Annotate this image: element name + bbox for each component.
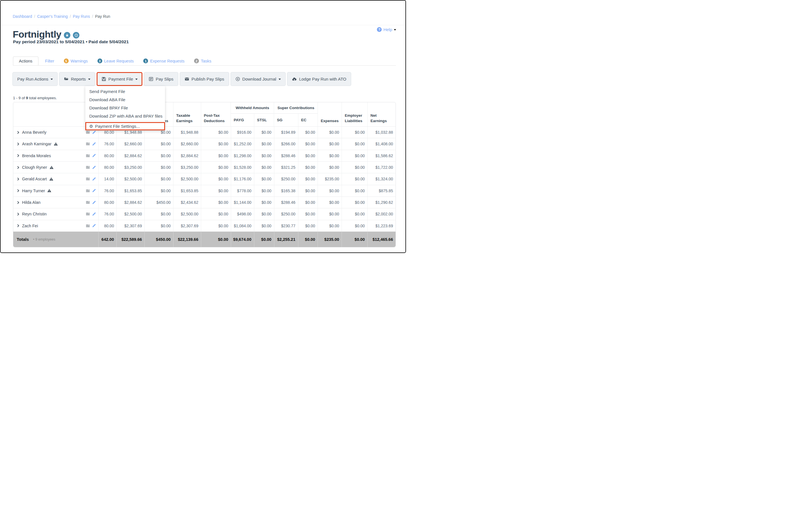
lodge-pay-run-with-ato-button[interactable]: Lodge Pay Run with ATO [287, 72, 351, 86]
publish-pay-slips-button[interactable]: Publish Pay Slips [180, 72, 229, 86]
chevron-down-icon [88, 79, 90, 81]
cell-sg: $250.00 [274, 208, 298, 220]
menu-item-payment-file-settings[interactable]: ⚙ Payment File Settings... [85, 122, 165, 130]
header-group-withheld-amounts: Withheld AmountsPAYGSTSL [230, 102, 274, 126]
cell-net: $1,290.62 [367, 197, 396, 208]
cell-net: $1,032.88 [367, 126, 396, 138]
cell-sg: $288.46 [274, 197, 298, 208]
row-actions [86, 212, 96, 216]
payslip-icon[interactable] [86, 224, 90, 228]
payslip-icon[interactable] [86, 165, 90, 170]
payslip-icon[interactable] [86, 200, 90, 205]
cell-taxable: $2,660.00 [173, 138, 201, 150]
download-journal-button[interactable]: Download Journal [230, 72, 286, 86]
expand-chevron-icon[interactable] [17, 213, 20, 216]
menu-item-send-payment-file[interactable]: Send Payment File [85, 87, 165, 96]
menu-item-download-bpay-file[interactable]: Download BPAY File [85, 104, 165, 112]
edit-pencil-icon[interactable] [92, 200, 96, 205]
pay-period-subtitle: Pay period 23/03/2021 to 5/04/2021 • Pai… [13, 39, 129, 45]
edit-pencil-icon[interactable] [92, 177, 96, 181]
tab-leave-requests[interactable]: 3Leave Requests [95, 57, 137, 65]
cell-post_tax: $0.00 [201, 138, 231, 150]
row-actions [86, 154, 96, 158]
lock-icon [64, 32, 70, 38]
totals-cell-net: $12,465.66 [367, 232, 396, 247]
cell-post_tax: $0.00 [201, 173, 231, 185]
tab-filter[interactable]: Filter [42, 57, 57, 65]
employee-name: Gerald Ascart [22, 177, 47, 181]
employee-name: Clough Ryner [22, 165, 47, 170]
column-header-taxable: Taxable Earnings [173, 102, 201, 126]
cell-ec: $0.00 [298, 173, 318, 185]
cell-hours: 80.00 [98, 197, 117, 208]
expand-chevron-icon[interactable] [17, 189, 20, 192]
employee-name: Zach Fei [22, 224, 38, 228]
table-row: Arash Kamingar76.00$2,660.00$0.00$2,660.… [13, 138, 396, 150]
menu-item-download-zip-with-aba-and-bpay-files[interactable]: Download ZIP with ABA and BPAY files [85, 112, 165, 120]
cell-taxable: $2,307.69 [173, 220, 201, 232]
tab-expense-requests[interactable]: 1Expense Requests [140, 57, 187, 65]
cell-expenses: $0.00 [318, 138, 341, 150]
tab-tasks[interactable]: 2Tasks [191, 57, 214, 65]
expand-chevron-icon[interactable] [17, 224, 20, 227]
payslip-icon[interactable] [86, 212, 90, 216]
expand-chevron-icon[interactable] [17, 166, 20, 169]
expand-chevron-icon[interactable] [17, 201, 20, 204]
table-row: Anna Beverly80.00$1,948.88$0.00$1,948.88… [13, 126, 396, 138]
button-label: Pay Run Actions [17, 77, 48, 81]
help-menu[interactable]: ? Help [377, 27, 396, 32]
edit-pencil-icon[interactable] [92, 154, 96, 158]
cell-expenses: $0.00 [318, 208, 341, 220]
expand-chevron-icon[interactable] [17, 143, 20, 146]
cell-post_tax: $0.00 [201, 185, 231, 196]
folder-icon [64, 77, 69, 81]
breadcrumb-link[interactable]: Dashboard [13, 14, 32, 19]
pay-run-page: Dashboard/Casper's Training/Pay Runs/Pay… [0, 0, 406, 253]
tab-warnings[interactable]: 5Warnings [61, 57, 91, 65]
cell-employer_liabilities: $0.00 [341, 197, 367, 208]
edit-pencil-icon[interactable] [92, 188, 96, 193]
totals-cell-gross: $22,589.66 [116, 232, 144, 247]
edit-pencil-icon[interactable] [92, 224, 96, 228]
menu-item-download-aba-file[interactable]: Download ABA File [85, 96, 165, 104]
column-header-payg: PAYG [231, 114, 254, 126]
chevron-down-icon [394, 29, 396, 32]
cell-payg: $1,144.00 [231, 197, 254, 208]
payslip-icon[interactable] [86, 142, 90, 146]
expand-chevron-icon[interactable] [17, 177, 20, 181]
reports-button[interactable]: Reports [59, 72, 95, 86]
pay-slips-button[interactable]: Pay Slips [144, 72, 178, 86]
totals-cell-stsl: $0.00 [254, 232, 274, 247]
button-label: Lodge Pay Run with ATO [299, 77, 346, 81]
expand-chevron-icon[interactable] [17, 131, 20, 134]
cell-employer_liabilities: $0.00 [341, 185, 367, 196]
edit-pencil-icon[interactable] [92, 165, 96, 170]
payslip-icon[interactable] [86, 188, 90, 193]
edit-pencil-icon[interactable] [92, 130, 96, 135]
cell-payg: $1,528.00 [231, 162, 254, 173]
cell-post_tax: $0.00 [201, 197, 231, 208]
cell-hours: 76.00 [98, 185, 117, 196]
pay-run-actions-button[interactable]: Pay Run Actions [12, 72, 58, 86]
payslip-icon[interactable] [86, 154, 90, 158]
edit-pencil-icon[interactable] [92, 212, 96, 216]
cell-expenses: $0.00 [318, 185, 341, 196]
column-header-net: Net Earnings [367, 102, 396, 126]
edit-pencil-icon[interactable] [92, 142, 96, 146]
payslip-icon[interactable] [86, 177, 90, 181]
pay-run-table: Pre-Tax DeductionsTaxable EarningsPost-T… [13, 102, 396, 247]
employee-name: Arash Kamingar [22, 142, 52, 146]
payment-file-button[interactable]: Payment File [97, 72, 143, 86]
payslip-icon[interactable] [86, 130, 90, 135]
button-label: Publish Pay Slips [192, 77, 224, 81]
totals-cell-post_tax: $0.00 [201, 232, 231, 247]
cell-sg: $230.77 [274, 220, 298, 232]
tab-badge: 1 [143, 59, 148, 63]
cloud-upload-icon [292, 77, 297, 82]
expand-chevron-icon[interactable] [17, 154, 20, 157]
breadcrumb-link[interactable]: Pay Runs [73, 14, 90, 19]
button-label: Pay Slips [156, 77, 174, 81]
breadcrumb-link[interactable]: Casper's Training [37, 14, 68, 19]
tab-actions[interactable]: Actions [13, 57, 38, 65]
tab-label: Filter [45, 59, 54, 63]
